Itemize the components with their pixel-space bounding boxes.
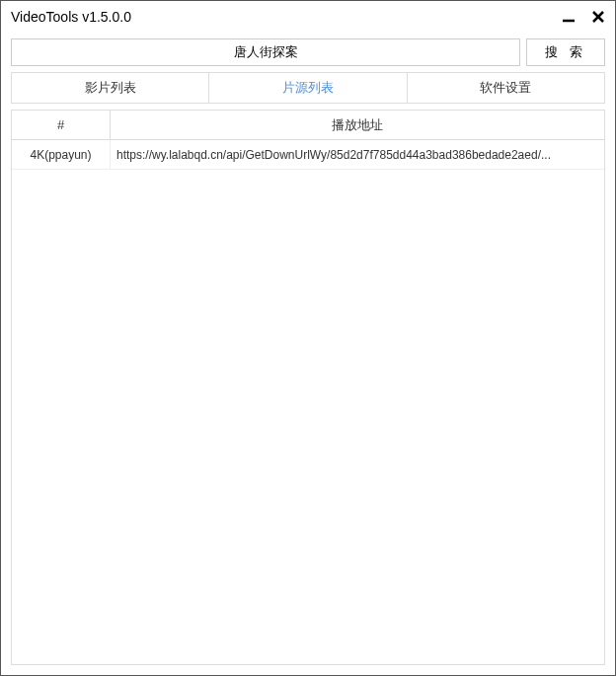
column-header-num[interactable]: # (12, 111, 111, 139)
search-row: 搜 索 (11, 38, 605, 66)
app-window: VideoTools v1.5.0.0 搜 索 影片列表 片源列表 软件设置 #… (0, 0, 616, 676)
tab-source-list[interactable]: 片源列表 (208, 73, 406, 103)
tabs: 影片列表 片源列表 软件设置 (11, 72, 605, 104)
content-panel: # 播放地址 4K(ppayun) https://wy.lalabqd.cn/… (11, 110, 605, 665)
cell-url: https://wy.lalabqd.cn/api/GetDownUrlWy/8… (111, 140, 604, 169)
table-row[interactable]: 4K(ppayun) https://wy.lalabqd.cn/api/Get… (12, 140, 604, 170)
table-body: 4K(ppayun) https://wy.lalabqd.cn/api/Get… (12, 140, 604, 664)
tab-video-list[interactable]: 影片列表 (12, 73, 208, 103)
window-title: VideoTools v1.5.0.0 (11, 9, 560, 25)
tab-settings[interactable]: 软件设置 (407, 73, 604, 103)
titlebar: VideoTools v1.5.0.0 (1, 1, 615, 33)
cell-num: 4K(ppayun) (12, 140, 111, 169)
window-controls (560, 8, 607, 26)
column-header-url[interactable]: 播放地址 (111, 111, 604, 139)
search-input[interactable] (11, 38, 520, 66)
close-icon[interactable] (589, 8, 607, 26)
client-area: 搜 索 影片列表 片源列表 软件设置 # 播放地址 4K(ppayun) htt… (1, 33, 615, 675)
minimize-icon[interactable] (560, 8, 578, 26)
search-button[interactable]: 搜 索 (526, 38, 605, 66)
table-header: # 播放地址 (12, 111, 604, 140)
